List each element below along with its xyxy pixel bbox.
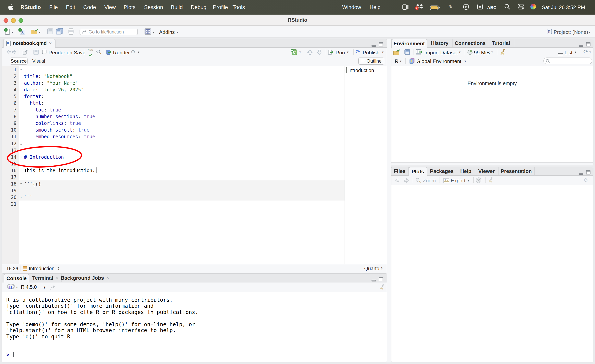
- spotlight-icon[interactable]: [504, 4, 510, 11]
- addins-button[interactable]: Addins: [159, 29, 175, 35]
- run-button-label[interactable]: Run: [335, 50, 345, 55]
- workspace-panes-dropdown[interactable]: ▾: [153, 31, 154, 34]
- stylus-icon[interactable]: ✎: [448, 3, 454, 10]
- env-language-dropdown[interactable]: ▾: [400, 60, 402, 63]
- source-mode-button[interactable]: Source: [10, 57, 28, 64]
- menu-clock[interactable]: Sat Jul 26 3:52 PM: [542, 0, 585, 14]
- publish-button-label[interactable]: Publish: [363, 50, 379, 55]
- editor-tab-notebook[interactable]: notebook.qmd ×: [3, 39, 55, 48]
- menu-code[interactable]: Code: [83, 0, 96, 14]
- environment-tab-tutorial[interactable]: Tutorial: [488, 39, 514, 47]
- menu-help[interactable]: Help: [369, 0, 381, 14]
- menu-view[interactable]: View: [104, 0, 116, 14]
- menu-build[interactable]: Build: [171, 0, 183, 14]
- keyboard-layout-label[interactable]: ABC: [487, 0, 496, 14]
- section-nav-button[interactable]: Introduction: [29, 266, 55, 271]
- menu-session[interactable]: Session: [144, 0, 163, 14]
- jump-next-icon[interactable]: [317, 49, 322, 57]
- open-in-window-icon[interactable]: [22, 49, 28, 56]
- back-icon[interactable]: [6, 49, 11, 56]
- files-tab-help[interactable]: Help: [457, 167, 475, 175]
- open-file-button[interactable]: [31, 28, 39, 36]
- publish-dropdown[interactable]: ▾: [382, 51, 383, 54]
- files-tab-viewer[interactable]: Viewer: [475, 167, 498, 175]
- console-minimize-icon[interactable]: [371, 276, 376, 280]
- global-environment-button[interactable]: Global Environment: [416, 58, 461, 64]
- dropbox-icon[interactable]: 2: [416, 4, 423, 11]
- project-menu-button[interactable]: Project: (None): [554, 29, 588, 35]
- project-dropdown[interactable]: ▾: [589, 31, 590, 34]
- save-button[interactable]: [47, 28, 53, 36]
- control-center-icon[interactable]: [518, 4, 524, 11]
- global-environment-dropdown[interactable]: ▾: [464, 60, 466, 63]
- editor-maximize-icon[interactable]: [378, 41, 383, 45]
- apple-menu-icon[interactable]: [8, 4, 13, 12]
- photos-menu-icon[interactable]: [531, 4, 536, 9]
- list-view-dropdown[interactable]: ▾: [575, 51, 576, 54]
- menu-file[interactable]: File: [49, 0, 58, 14]
- addins-dropdown[interactable]: ▾: [177, 31, 178, 34]
- menu-rstudio[interactable]: RStudio: [21, 0, 41, 14]
- new-file-dropdown[interactable]: ▾: [11, 31, 13, 34]
- visual-mode-button[interactable]: Visual: [32, 58, 45, 64]
- editor-mode-button[interactable]: Quarto: [364, 266, 379, 271]
- files-tab-files[interactable]: Files: [391, 167, 409, 175]
- console-tab-terminal[interactable]: Terminal×: [29, 274, 62, 282]
- jump-previous-icon[interactable]: [307, 49, 313, 57]
- refresh-dropdown[interactable]: ▾: [589, 51, 591, 54]
- section-nav-arrows[interactable]: ▲▼: [57, 266, 60, 270]
- goto-file-input[interactable]: Go to file/function: [79, 29, 138, 35]
- console-prompt[interactable]: >: [6, 351, 387, 357]
- import-dataset-dropdown[interactable]: ▾: [459, 51, 460, 54]
- files-maximize-icon[interactable]: [586, 169, 590, 173]
- insert-chunk-button[interactable]: C: [290, 49, 297, 57]
- list-view-button[interactable]: List: [565, 50, 572, 55]
- import-dataset-button[interactable]: Import Dataset: [424, 50, 458, 55]
- run-icon[interactable]: [328, 49, 334, 56]
- env-load-icon[interactable]: [393, 49, 401, 57]
- render-settings-gear-icon[interactable]: ⚙: [131, 49, 135, 55]
- memory-dropdown[interactable]: ▾: [491, 51, 493, 54]
- render-on-save-checkbox[interactable]: [42, 50, 46, 54]
- find-replace-icon[interactable]: [96, 49, 102, 56]
- console-tab-console[interactable]: Console: [4, 274, 29, 282]
- menu-edit[interactable]: Edit: [66, 0, 75, 14]
- print-button[interactable]: [68, 28, 74, 36]
- editor-code-area[interactable]: 1▾---2title: "Notebook"3author: "Your Na…: [2, 66, 387, 264]
- outline-toggle-button[interactable]: Outline: [358, 57, 384, 64]
- import-dataset-icon[interactable]: [416, 49, 423, 56]
- menu-debug[interactable]: Debug: [191, 0, 206, 14]
- outline-item-introduction[interactable]: Introduction: [346, 67, 374, 73]
- clear-environment-icon[interactable]: [500, 49, 505, 57]
- new-project-button[interactable]: R: [18, 28, 26, 37]
- console-tab-close-icon[interactable]: ×: [106, 275, 109, 281]
- sidecar-icon[interactable]: [403, 4, 409, 11]
- files-minimize-icon[interactable]: [579, 169, 583, 173]
- environment-tab-history[interactable]: History: [427, 39, 453, 47]
- editor-mode-arrows[interactable]: ▲▼: [381, 266, 383, 270]
- input-source-icon[interactable]: A: [477, 4, 483, 9]
- save-all-button[interactable]: [56, 28, 63, 36]
- workspace-panes-button[interactable]: [144, 28, 151, 36]
- environment-tab-environment[interactable]: Environment: [391, 39, 427, 48]
- console-open-dir-icon[interactable]: [50, 285, 56, 292]
- environment-maximize-icon[interactable]: [586, 41, 590, 45]
- files-tab-plots[interactable]: Plots: [409, 167, 427, 176]
- play-circle-icon[interactable]: [463, 4, 469, 11]
- console-tab-background-jobs[interactable]: Background Jobs×: [62, 274, 108, 282]
- environment-tab-connections[interactable]: Connections: [453, 39, 488, 47]
- files-tab-packages[interactable]: Packages: [427, 167, 457, 175]
- editor-tab-close-icon[interactable]: ×: [49, 41, 52, 46]
- refresh-environment-icon[interactable]: ⟳: [583, 49, 588, 55]
- environment-search-input[interactable]: [543, 57, 592, 64]
- env-language-button[interactable]: R: [395, 58, 398, 64]
- menu-window[interactable]: Window: [342, 0, 361, 14]
- run-dropdown[interactable]: ▾: [347, 51, 348, 54]
- menu-plots[interactable]: Plots: [124, 0, 135, 14]
- menu-tools[interactable]: Tools: [233, 0, 245, 14]
- forward-icon[interactable]: [12, 49, 17, 56]
- open-file-dropdown[interactable]: ▾: [39, 31, 41, 34]
- menu-profile[interactable]: Profile: [213, 0, 228, 14]
- render-button-label[interactable]: Render: [113, 50, 130, 55]
- editor-minimize-icon[interactable]: [371, 41, 376, 45]
